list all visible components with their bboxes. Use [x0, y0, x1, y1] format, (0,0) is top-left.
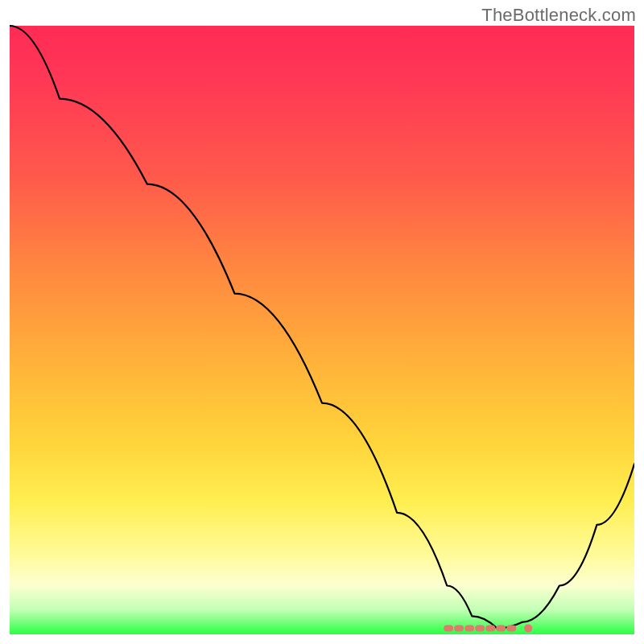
chart-container: TheBottleneck.com — [0, 0, 644, 644]
plot-area — [10, 10, 634, 634]
gradient-background — [10, 26, 634, 634]
watermark-text: TheBottleneck.com — [481, 5, 636, 26]
